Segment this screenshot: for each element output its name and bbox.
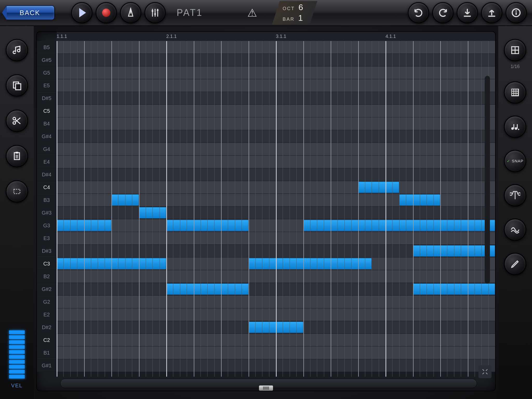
record-button[interactable] — [96, 2, 117, 23]
pitch-lane[interactable] — [57, 105, 495, 117]
pitch-row[interactable]: G#5 — [37, 54, 495, 66]
pitch-lane[interactable] — [57, 143, 495, 155]
legato-button[interactable] — [504, 218, 526, 241]
pitch-lane[interactable] — [57, 321, 495, 334]
pitch-row[interactable]: G#1 — [37, 359, 495, 372]
snap-button[interactable]: ✓ SNAP — [504, 150, 526, 172]
pitch-lane[interactable] — [57, 41, 495, 54]
pitch-lane[interactable] — [57, 232, 495, 244]
midi-note[interactable] — [303, 220, 495, 231]
import-button[interactable] — [457, 2, 478, 23]
pitch-row[interactable]: E4 — [37, 156, 495, 168]
pitch-lane[interactable] — [57, 283, 495, 295]
info-button[interactable] — [506, 2, 527, 23]
pitch-row[interactable]: E2 — [37, 308, 495, 321]
pitch-row[interactable]: B5 — [37, 41, 495, 54]
pitch-row[interactable]: E3 — [37, 232, 495, 245]
midi-note[interactable] — [166, 283, 249, 295]
pitch-row[interactable]: G4 — [37, 143, 495, 156]
midi-note[interactable] — [57, 220, 111, 231]
midi-note[interactable] — [57, 258, 166, 269]
pitch-lane[interactable] — [57, 334, 495, 346]
redo-button[interactable] — [432, 2, 454, 23]
pitch-lane[interactable] — [57, 219, 495, 232]
pitch-row[interactable]: G#4 — [37, 130, 495, 143]
pitch-lane[interactable] — [57, 181, 495, 194]
pitch-row[interactable]: G3 — [37, 219, 495, 232]
midi-note[interactable] — [249, 258, 372, 269]
midi-note[interactable] — [358, 182, 399, 193]
pitch-lane[interactable] — [57, 207, 495, 219]
pitch-row[interactable]: D#4 — [37, 168, 495, 181]
pitch-lane[interactable] — [57, 296, 495, 308]
pitch-lane[interactable] — [57, 117, 495, 130]
undo-icon — [413, 8, 424, 18]
pitch-lane[interactable] — [57, 92, 495, 104]
pitch-lane[interactable] — [57, 156, 495, 168]
pitch-lane[interactable] — [57, 66, 495, 79]
midi-note[interactable] — [249, 322, 303, 333]
pitch-row[interactable]: B4 — [37, 117, 495, 130]
pitch-row[interactable]: G#2 — [37, 283, 495, 296]
paste-tool-button[interactable] — [6, 145, 28, 167]
warning-icon[interactable]: ⚠ — [247, 6, 257, 19]
metronome-button[interactable] — [120, 2, 141, 23]
play-button[interactable] — [71, 2, 92, 23]
midi-note[interactable] — [139, 207, 167, 218]
pitch-row[interactable]: E5 — [37, 79, 495, 92]
pitch-label: D#2 — [37, 321, 57, 334]
pitch-lane[interactable] — [57, 245, 495, 257]
draw-tool-button[interactable] — [504, 253, 526, 275]
pitch-row[interactable]: C5 — [37, 105, 495, 117]
pitch-row[interactable]: G5 — [37, 66, 495, 79]
pitch-row[interactable]: C3 — [37, 257, 495, 270]
pitch-lane[interactable] — [57, 347, 495, 359]
export-button[interactable] — [481, 2, 502, 23]
expand-button[interactable] — [478, 365, 491, 378]
midi-note[interactable] — [413, 283, 495, 295]
pitch-row[interactable]: B2 — [37, 270, 495, 283]
pitch-lane[interactable] — [57, 308, 495, 321]
back-button[interactable]: BACK — [5, 5, 55, 20]
pitch-row[interactable]: C2 — [37, 334, 495, 347]
pitch-row[interactable]: B1 — [37, 347, 495, 359]
mixer-button[interactable] — [144, 2, 166, 23]
pitch-lane[interactable] — [57, 130, 495, 143]
piano-roll-grid[interactable]: B5G#5G5E5D#5C5B4G#4G4E4D#4C4B3G#3G3E3D#3… — [37, 41, 495, 377]
pitch-row[interactable]: B3 — [37, 194, 495, 207]
view-mode-button[interactable] — [504, 39, 526, 61]
notes-tool-button[interactable] — [6, 39, 28, 61]
undo-button[interactable] — [408, 2, 429, 23]
select-tool-button[interactable] — [6, 180, 28, 203]
pitch-row[interactable]: D#3 — [37, 245, 495, 257]
midi-note[interactable] — [166, 220, 249, 231]
pitch-lane[interactable] — [57, 270, 495, 283]
quantize-button[interactable] — [504, 184, 526, 207]
pitch-lane[interactable] — [57, 79, 495, 92]
upload-icon — [487, 8, 497, 18]
vertical-scrollbar[interactable] — [485, 76, 490, 284]
copy-tool-button[interactable] — [6, 74, 28, 97]
pitch-row[interactable]: C4 — [37, 181, 495, 194]
pitch-lane[interactable] — [57, 194, 495, 206]
midi-note[interactable] — [111, 194, 139, 206]
velocity-meter[interactable]: VEL — [9, 330, 25, 389]
pitch-row[interactable]: D#5 — [37, 92, 495, 105]
pitch-row[interactable]: D#2 — [37, 321, 495, 334]
grid-density-button[interactable] — [504, 81, 526, 104]
midi-note[interactable] — [413, 245, 495, 257]
pitch-lane[interactable] — [57, 168, 495, 181]
pitch-row[interactable]: G#3 — [37, 207, 495, 219]
pitch-lane[interactable] — [57, 257, 495, 270]
cut-tool-button[interactable] — [6, 110, 28, 132]
pitch-row[interactable]: G2 — [37, 296, 495, 308]
pattern-name[interactable]: PAT1 — [177, 7, 223, 18]
time-ruler[interactable]: 1.1.12.1.13.1.14.1.1 — [57, 32, 495, 41]
octave-bar-display[interactable]: OCT 6 BAR 1 — [272, 1, 317, 24]
midi-note[interactable] — [399, 194, 440, 206]
pitch-lane[interactable] — [57, 54, 495, 66]
note-length-button[interactable] — [504, 116, 526, 138]
pitch-lane[interactable] — [57, 359, 495, 372]
keyboard-handle[interactable] — [259, 385, 273, 391]
svg-point-4 — [516, 10, 517, 12]
